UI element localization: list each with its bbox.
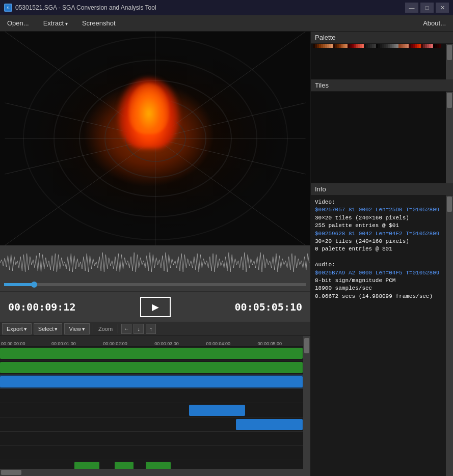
tiles-display [311,92,453,183]
extract-menu[interactable]: Extract [40,17,71,29]
track-row-6 [0,417,310,432]
zoom-label: Zoom [96,326,115,332]
ruler-tick-2: 00:00:02:00 [103,341,127,346]
tiles-scrollbar[interactable] [446,92,453,183]
ruler-tick-0: 00:00:00:00 [1,341,25,346]
app-icon: S [4,4,12,12]
tiles-scrollbar-thumb [447,93,452,108]
info-line4: $00259628 81 0042 Len=04F2 T=01052809 [315,230,449,238]
titlebar: S 05301521.SGA - SGA Conversion and Anal… [0,0,453,15]
select-button[interactable]: Select ▾ [34,323,63,334]
info-line1: $00257057 81 0002 Len=25D0 T=01052809 [315,206,449,214]
toolbar-divider2 [118,324,118,333]
progress-handle[interactable] [31,282,37,288]
waveform-area: // We'll draw this inline below using po… [0,245,310,291]
controls-bar: 00:00:09:12 ▶ 00:05:05:10 [0,291,310,322]
view-label: View [69,326,81,332]
waveform-canvas: // We'll draw this inline below using po… [0,245,310,281]
info-line10: 0.06672 secs (14.988099 frames/sec) [315,293,449,300]
time-current: 00:00:09:12 [8,301,75,313]
timeline-area: 00:00:00:00 00:00:01:00 00:00:02:00 00:0… [0,336,310,476]
ruler-tick-4: 00:00:04:00 [206,341,230,346]
track-bar-1 [0,348,303,359]
toolbar: Export ▾ Select ▾ View ▾ Zoom ← ↓ ↑ [0,322,310,336]
left-panel: // We'll draw this inline below using po… [0,32,310,476]
nav-left-button[interactable]: ← [121,324,131,334]
track-bar-9c [146,462,171,469]
timeline-tracks [0,346,310,469]
track-row-8 [0,446,310,460]
info-audio-label: Audio: [315,261,449,269]
export-button[interactable]: Export ▾ [2,323,32,334]
minimize-button[interactable]: — [405,3,418,13]
palette-scrollbar-thumb [447,45,452,60]
timeline-ruler: 00:00:00:00 00:00:01:00 00:00:02:00 00:0… [0,336,310,346]
palette-scrollbar[interactable] [446,44,453,79]
select-arrow-icon: ▾ [55,326,58,332]
info-scrollbar[interactable] [446,195,453,476]
info-scrollbar-thumb [447,197,452,212]
view-button[interactable]: View ▾ [64,323,90,334]
svg-line-4 [155,138,306,174]
tiles-header: Tiles [311,79,453,92]
progress-fill [4,283,34,286]
screenshot-menu[interactable]: Screenshot [79,17,119,29]
timeline-scrollbar[interactable] [303,336,310,476]
track-row-2 [0,360,310,375]
play-icon: ▶ [152,301,159,313]
ruler-tick-1: 00:00:01:00 [51,341,76,346]
window-controls: — □ ✕ [405,3,449,13]
menubar: Open... Extract Screenshot About... [0,15,453,32]
nav-down-icon: ↓ [137,326,140,332]
track-row-3 [0,375,310,389]
track-bar-6 [236,419,303,430]
video-content [0,32,310,245]
time-total: 00:05:05:10 [235,301,302,313]
about-menu[interactable]: About... [420,17,449,29]
track-bar-9a [74,462,99,469]
progress-bar[interactable] [4,283,306,286]
nav-up-button[interactable]: ↑ [146,324,156,334]
track-row-4 [0,389,310,403]
info-line7: $0025B7A9 A2 0000 Len=04F5 T=01052809 [315,269,449,277]
palette-section: Palette [311,32,453,79]
track-row-9 [0,460,310,469]
timeline-scrollbar-thumb [304,338,309,353]
video-display [0,32,310,245]
info-line5: 30×20 tiles (240×160 pixels) [315,238,449,245]
info-header: Info [311,183,453,195]
svg-line-5 [155,138,306,245]
info-line9: 18900 samples/sec [315,285,449,292]
right-panel: Palette Tiles Info [310,32,453,476]
close-button[interactable]: ✕ [436,3,449,13]
info-line2: 30×20 tiles (240×160 pixels) [315,214,449,222]
bottom-scrollbar[interactable] [0,469,310,476]
view-arrow-icon: ▾ [82,326,85,332]
window-title: 05301521.SGA - SGA Conversion and Analys… [15,4,156,11]
nav-left-icon: ← [124,326,129,332]
nav-down-button[interactable]: ↓ [134,324,144,334]
tiles-section: Tiles [311,79,453,183]
ruler-tick-5: 00:00:05:00 [257,341,282,346]
export-label: Export [7,326,23,332]
palette-swatch [439,44,441,48]
track-row-7 [0,432,310,446]
main-area: // We'll draw this inline below using po… [0,32,453,476]
bottom-scrollbar-thumb [1,470,21,475]
maximize-button[interactable]: □ [420,3,434,13]
svg-text:S: S [7,6,9,10]
open-menu[interactable]: Open... [4,17,32,29]
track-bar-5 [189,405,245,416]
svg-line-9 [5,138,155,245]
export-arrow-icon: ▾ [24,326,27,332]
titlebar-left: S 05301521.SGA - SGA Conversion and Anal… [4,4,156,12]
track-bar-2 [0,362,303,373]
info-video-label: Video: [315,199,449,206]
nav-up-icon: ↑ [149,326,152,332]
track-bar-3 [0,376,303,387]
track-row-1 [0,346,310,360]
play-button[interactable]: ▶ [140,297,171,317]
ruler-tick-3: 00:00:03:00 [154,341,179,346]
palette-display [311,44,453,79]
info-line3: 255 palette entries @ $01 [315,222,449,230]
